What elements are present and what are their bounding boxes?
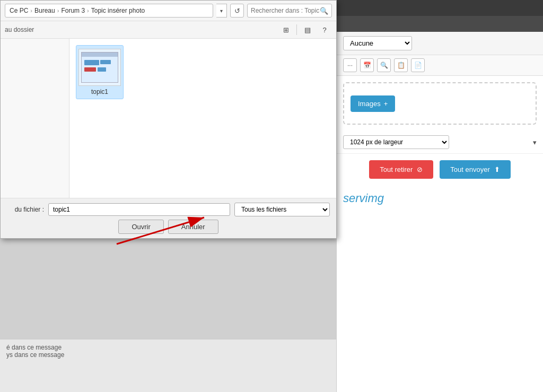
icon-btn-doc[interactable]: 📄 (411, 58, 425, 72)
dialog-toolbar: au dossier ⊞ ▤ ? (1, 21, 336, 39)
tout-envoyer-label: Tout envoyer (450, 165, 489, 173)
upload-icon: ⬆ (494, 165, 500, 173)
nav-breadcrumb: Ce PC › Bureau › Forum 3 › Topic insérer… (5, 4, 213, 18)
breadcrumb-topic[interactable]: Topic insérer photo (91, 7, 145, 14)
breadcrumb-cepc[interactable]: Ce PC (10, 7, 28, 14)
icon-btn-calendar[interactable]: 📅 (360, 58, 374, 72)
filename-input[interactable] (48, 203, 230, 216)
forum-bottom-area: é dans ce message ys dans ce message (0, 339, 336, 392)
toolbar-separator (296, 24, 297, 35)
open-button[interactable]: Ouvrir (118, 220, 163, 234)
thumb-red-1 (84, 67, 96, 72)
forum-select[interactable]: Aucune (343, 36, 412, 50)
thumb-bar (82, 53, 118, 57)
add-images-button[interactable]: Images + (351, 95, 395, 112)
help-btn[interactable]: ? (317, 23, 332, 36)
file-open-dialog: Ce PC › Bureau › Forum 3 › Topic insérer… (0, 0, 337, 239)
dialog-nav: Ce PC › Bureau › Forum 3 › Topic insérer… (1, 1, 336, 21)
icon-btn-search[interactable]: 🔍 (377, 58, 391, 72)
servimg-logo: servimg (337, 185, 543, 212)
cancel-button[interactable]: Annuler (168, 220, 218, 234)
width-select-dropdown[interactable]: 1024 px de largeur (343, 135, 449, 149)
footer-buttons: Ouvrir Annuler (7, 220, 330, 234)
thumb-blue-1 (84, 60, 99, 65)
action-buttons: Tout retirer ⊘ Tout envoyer ⬆ (337, 154, 543, 185)
add-images-label: Images (358, 100, 381, 108)
breadcrumb-forum3[interactable]: Forum 3 (61, 7, 85, 14)
reload-button[interactable]: ↺ (230, 4, 244, 18)
file-item-topic1[interactable]: topic1 (76, 45, 124, 99)
file-name-topic1: topic1 (91, 88, 108, 95)
file-sidebar (1, 39, 69, 198)
layout-btn[interactable]: ▤ (300, 23, 315, 36)
search-input[interactable] (251, 7, 320, 14)
upload-area: Images + (343, 82, 537, 125)
servimg-panel: Aucune ··· 📅 🔍 📋 📄 Images + 1024 px de l… (336, 32, 543, 392)
thumb-blue-2 (100, 60, 111, 64)
thumb-inner (81, 52, 118, 83)
search-icon: 🔍 (320, 7, 328, 15)
dialog-footer: du fichier : Tous les fichiers Ouvrir An… (1, 198, 336, 238)
breadcrumb-dropdown-btn[interactable]: ▾ (216, 4, 227, 18)
dropdown-chevron-icon: ▾ (533, 138, 537, 146)
breadcrumb-bureau[interactable]: Bureau (34, 7, 55, 14)
search-box[interactable]: 🔍 (247, 4, 332, 18)
toolbar-label: au dossier (5, 26, 34, 33)
icon-btn-clipboard[interactable]: 📋 (394, 58, 408, 72)
dialog-body: topic1 (1, 39, 336, 198)
file-content-area: topic1 (69, 39, 336, 198)
footer-row-filename: du fichier : Tous les fichiers (7, 203, 330, 216)
plus-icon: + (384, 100, 388, 108)
filename-label: du fichier : (7, 206, 44, 213)
forum-bottom-line1: é dans ce message (6, 344, 330, 351)
forum-toolbar: Aucune (337, 32, 543, 55)
width-selector: 1024 px de largeur ▾ (337, 131, 543, 154)
view-toggle-btn[interactable]: ⊞ (278, 23, 293, 36)
file-thumbnail-topic1 (78, 49, 121, 86)
filetype-select[interactable]: Tous les fichiers (234, 203, 330, 216)
forum-icons-bar: ··· 📅 🔍 📋 📄 (337, 55, 543, 76)
icon-btn-dots[interactable]: ··· (343, 58, 357, 72)
tout-envoyer-button[interactable]: Tout envoyer ⬆ (440, 160, 510, 179)
ban-icon: ⊘ (417, 165, 423, 173)
forum-bottom-line2: ys dans ce message (6, 351, 330, 359)
tout-retirer-button[interactable]: Tout retirer ⊘ (369, 160, 433, 179)
tout-retirer-label: Tout retirer (380, 165, 413, 173)
thumb-blue-3 (98, 67, 106, 72)
